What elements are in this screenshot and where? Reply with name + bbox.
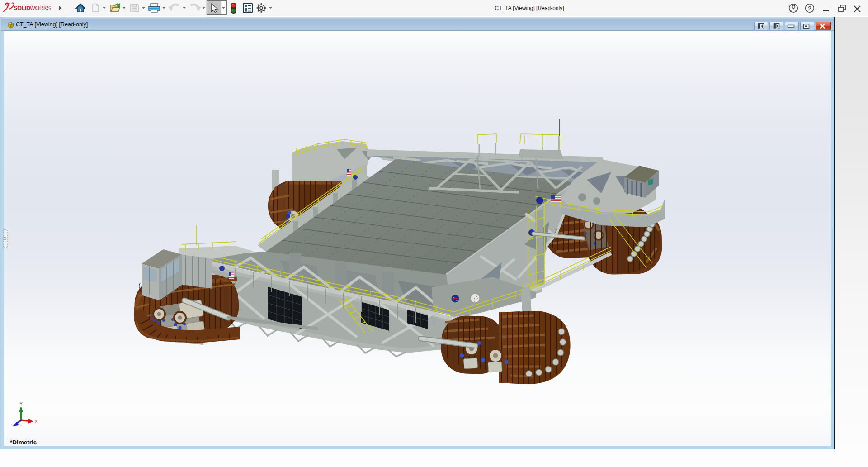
svg-text:SOLID: SOLID: [14, 5, 30, 11]
svg-text:?: ?: [808, 5, 811, 12]
svg-text:WORKS: WORKS: [30, 5, 51, 11]
